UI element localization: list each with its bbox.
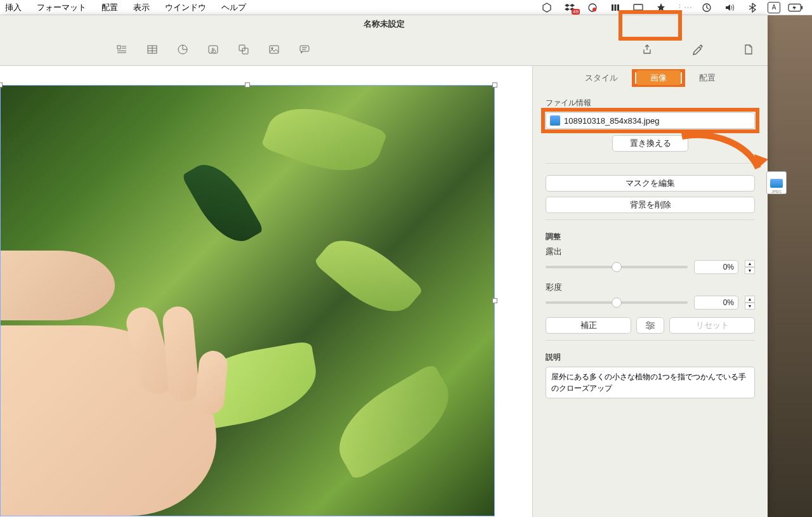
svg-rect-23 <box>270 46 278 53</box>
exposure-stepper[interactable]: ▲▼ <box>745 260 755 274</box>
svg-point-33 <box>648 327 651 329</box>
subtab-image[interactable]: 画像 <box>636 70 681 85</box>
svg-point-29 <box>647 322 650 324</box>
tb-shape-icon[interactable] <box>237 43 250 56</box>
svg-rect-5 <box>634 4 643 10</box>
display-icon[interactable] <box>631 2 646 13</box>
adjust-label: 調整 <box>546 232 755 242</box>
battery-icon[interactable] <box>788 2 803 13</box>
remove-background-button[interactable]: 背景を削除 <box>546 197 755 213</box>
saturation-label: 彩度 <box>546 282 755 293</box>
svg-rect-25 <box>300 46 309 51</box>
system-menubar: 挿入 フォーマット 配置 表示 ウインドウ ヘルプ ⋮⋯ A <box>0 0 812 15</box>
image-content <box>1 86 494 516</box>
subtab-style[interactable]: スタイル <box>571 70 632 86</box>
exposure-label: 露出 <box>546 246 755 258</box>
selected-image[interactable] <box>0 85 495 516</box>
svg-point-24 <box>272 47 273 49</box>
tb-paragraph-icon[interactable] <box>115 43 128 56</box>
description-textarea[interactable]: 屋外にある多くの小さな植物の1つを指でつかんでいる手のクローズアップ <box>546 367 755 398</box>
menu-arrange[interactable]: 配置 <box>102 2 118 13</box>
dragged-file-icon[interactable]: JPEG <box>766 171 787 194</box>
app-window: 名称未設定 あ <box>0 15 768 517</box>
replace-button[interactable]: 置き換える <box>612 135 688 152</box>
timemachine-icon[interactable] <box>699 2 714 13</box>
enhance-button[interactable]: 補正 <box>546 317 631 334</box>
bluetooth-icon[interactable] <box>745 2 760 13</box>
menu-help[interactable]: ヘルプ <box>221 2 246 13</box>
svg-rect-2 <box>612 4 613 11</box>
exposure-slider[interactable] <box>546 266 688 268</box>
svg-rect-8 <box>801 6 802 10</box>
cloud-sync-icon[interactable] <box>585 2 600 13</box>
menu-insert[interactable]: 挿入 <box>5 2 22 13</box>
divider <box>546 219 755 220</box>
tb-comment-icon[interactable] <box>298 43 311 56</box>
svg-rect-3 <box>615 4 617 11</box>
slider-thumb[interactable] <box>612 298 622 308</box>
tb-share-icon[interactable] <box>641 43 653 56</box>
tb-chart-icon[interactable] <box>176 43 189 56</box>
svg-point-31 <box>651 324 653 327</box>
bars-icon[interactable] <box>608 2 623 13</box>
divider <box>546 163 755 164</box>
tb-document-icon[interactable] <box>742 43 755 56</box>
description-label: 説明 <box>546 352 755 363</box>
divider <box>546 340 755 341</box>
desktop-background <box>768 15 812 517</box>
menu-window[interactable]: ウインドウ <box>165 2 206 13</box>
svg-text:あ: あ <box>211 47 216 53</box>
toolbar: あ <box>0 33 768 66</box>
input-source-icon[interactable]: A <box>768 2 780 13</box>
tb-text-icon[interactable]: あ <box>207 43 219 56</box>
resize-handle[interactable] <box>0 82 3 88</box>
svg-point-1 <box>593 8 596 11</box>
file-thumbnail-icon <box>550 115 560 126</box>
highlight-annotation-imagetab: 画像 <box>632 69 685 87</box>
tb-table-icon[interactable] <box>146 43 159 56</box>
resize-handle[interactable] <box>492 82 497 88</box>
tb-format-icon[interactable] <box>691 43 704 56</box>
saturation-slider[interactable] <box>546 301 688 304</box>
file-info-label: ファイル情報 <box>546 98 755 108</box>
slider-thumb[interactable] <box>612 262 622 272</box>
dropbox-icon[interactable] <box>562 2 577 13</box>
pin-icon[interactable] <box>653 2 669 13</box>
resize-handle[interactable] <box>492 298 497 303</box>
tb-media-icon[interactable] <box>268 43 280 56</box>
resize-handle[interactable] <box>245 82 250 88</box>
reset-button[interactable]: リセット <box>669 317 755 334</box>
menu-format[interactable]: フォーマット <box>37 2 86 13</box>
saturation-value[interactable]: 0% <box>694 296 738 310</box>
window-title: 名称未設定 <box>0 15 768 33</box>
unity-icon[interactable] <box>539 2 554 13</box>
menu-view[interactable]: 表示 <box>133 2 150 13</box>
svg-rect-4 <box>617 4 619 11</box>
adjust-settings-button[interactable] <box>636 317 664 334</box>
dots-icon[interactable]: ⋮⋯ <box>676 2 691 13</box>
file-name: 108910318_854x834.jpeg <box>564 116 659 126</box>
volume-icon[interactable] <box>722 2 737 13</box>
document-canvas[interactable] <box>0 66 533 517</box>
saturation-stepper[interactable]: ▲▼ <box>745 296 755 310</box>
format-inspector: スタイル 画像 配置 ファイル情報 108910318_854x834.jpeg… <box>533 66 768 517</box>
svg-rect-9 <box>117 46 121 49</box>
subtab-arrange[interactable]: 配置 <box>685 70 730 86</box>
edit-mask-button[interactable]: マスクを編集 <box>546 175 755 192</box>
exposure-value[interactable]: 0% <box>694 260 738 274</box>
file-info-row[interactable]: 108910318_854x834.jpeg <box>546 112 755 129</box>
